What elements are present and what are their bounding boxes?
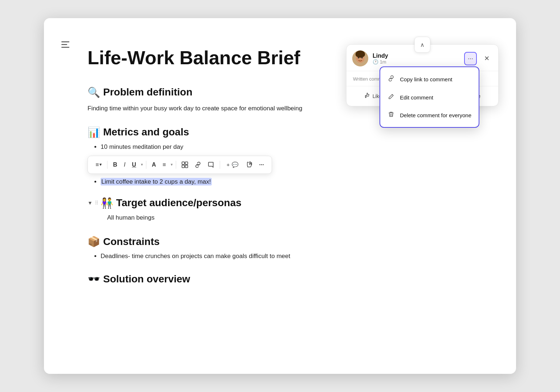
copy-link-icon bbox=[387, 75, 395, 83]
comment-btn[interactable] bbox=[205, 160, 217, 170]
app-window: Life-Work Balance Brief 🔍 Problem defini… bbox=[44, 18, 516, 374]
metrics-list: 10 minutes meditation per day bbox=[88, 143, 472, 151]
align-btn[interactable]: ≡ bbox=[160, 160, 168, 170]
list-btn[interactable]: ≡ ▾ bbox=[93, 160, 104, 170]
svg-rect-1 bbox=[61, 44, 67, 45]
svg-rect-5 bbox=[182, 165, 184, 168]
collapse-arrow-icon[interactable]: ▼ bbox=[88, 200, 93, 206]
section-solution: 🕶️ Solution overview bbox=[88, 273, 472, 285]
context-menu: Copy link to comment Edit comment bbox=[380, 66, 479, 128]
highlighted-bullet: Limit coffee intake to 2 cups a day, max… bbox=[101, 178, 212, 185]
comment-username: Lindy bbox=[373, 53, 460, 59]
svg-rect-6 bbox=[185, 165, 188, 168]
section-target-row: ▼ ⠿ 👫 Target audience/personas bbox=[88, 197, 472, 209]
edit-icon bbox=[387, 94, 395, 101]
svg-rect-4 bbox=[185, 162, 188, 164]
comment-time: 🕐 1m bbox=[373, 59, 460, 65]
link-btn[interactable] bbox=[192, 160, 204, 170]
drag-handle-icon[interactable]: ⠿ bbox=[95, 200, 98, 206]
solution-icon: 🕶️ bbox=[88, 273, 100, 285]
section-target: ▼ ⠿ 👫 Target audience/personas All human… bbox=[88, 197, 472, 222]
divider-1 bbox=[107, 161, 107, 169]
sidebar-toggle[interactable] bbox=[61, 41, 69, 50]
problem-icon: 🔍 bbox=[88, 86, 100, 98]
comment-more-btn[interactable]: ··· bbox=[464, 52, 477, 65]
section-target-text: All human beings bbox=[88, 213, 472, 222]
constraints-icon: 📦 bbox=[88, 236, 100, 248]
add-item-btn[interactable]: + 💬 bbox=[223, 160, 242, 170]
metrics-list-2: Limit coffee intake to 2 cups a day, max… bbox=[88, 178, 472, 185]
comment-panel: ∧ bbox=[346, 44, 499, 106]
section-metrics-heading: 📊 Metrics and goals bbox=[88, 126, 472, 138]
like-icon bbox=[364, 93, 370, 100]
divider-4 bbox=[220, 161, 220, 169]
table-btn[interactable] bbox=[179, 160, 191, 170]
text-color-btn[interactable]: A bbox=[149, 160, 159, 170]
more-options-btn[interactable]: ··· bbox=[257, 160, 267, 170]
svg-rect-2 bbox=[61, 47, 69, 48]
list-item: 10 minutes meditation per day bbox=[101, 143, 472, 151]
trash-icon bbox=[387, 111, 395, 119]
section-metrics: 📊 Metrics and goals 10 minutes meditatio… bbox=[88, 126, 472, 185]
section-target-heading: 👫 Target audience/personas bbox=[101, 197, 242, 209]
formatting-toolbar: ≡ ▾ B I U ▾ A ≡ ▾ bbox=[88, 156, 272, 174]
comment-header: Lindy 🕐 1m ··· ✕ bbox=[346, 45, 498, 71]
section-constraints-heading: 📦 Constraints bbox=[88, 236, 472, 248]
bold-btn[interactable]: B bbox=[110, 160, 120, 170]
underline-chevron: ▾ bbox=[141, 162, 143, 167]
italic-btn[interactable]: I bbox=[121, 160, 128, 170]
metrics-icon: 📊 bbox=[88, 126, 100, 138]
section-solution-heading: 🕶️ Solution overview bbox=[88, 273, 472, 285]
underline-btn[interactable]: U bbox=[129, 160, 139, 170]
align-chevron: ▾ bbox=[171, 162, 173, 167]
constraints-list: Deadlines- time crunches on projects can… bbox=[88, 253, 472, 260]
divider-3 bbox=[176, 161, 176, 169]
list-item[interactable]: Limit coffee intake to 2 cups a day, max… bbox=[101, 178, 472, 185]
target-icon: 👫 bbox=[101, 197, 113, 209]
copy-link-menu-item[interactable]: Copy link to comment bbox=[380, 70, 479, 89]
divider-2 bbox=[146, 161, 146, 169]
list-item: Deadlines- time crunches on projects can… bbox=[101, 253, 472, 260]
avatar bbox=[352, 50, 368, 66]
svg-rect-0 bbox=[61, 41, 69, 42]
hand-btn[interactable] bbox=[244, 160, 255, 170]
svg-point-12 bbox=[356, 51, 365, 58]
delete-comment-menu-item[interactable]: Delete comment for everyone bbox=[380, 106, 479, 124]
section-constraints: 📦 Constraints Deadlines- time crunches o… bbox=[88, 236, 472, 260]
comment-close-btn[interactable]: ✕ bbox=[481, 52, 492, 65]
edit-comment-menu-item[interactable]: Edit comment bbox=[380, 89, 479, 106]
svg-rect-3 bbox=[182, 162, 184, 164]
comment-user-info: Lindy 🕐 1m bbox=[373, 53, 460, 65]
